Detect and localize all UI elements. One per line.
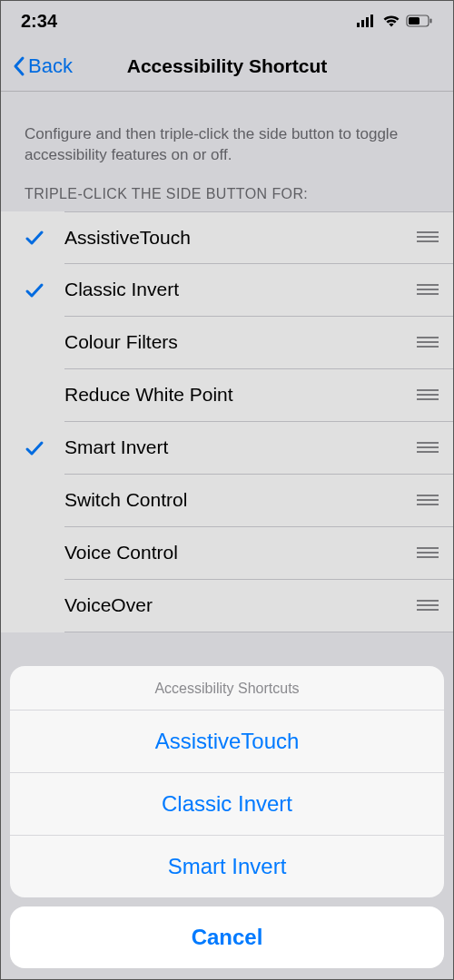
- feature-label: Colour Filters: [64, 331, 402, 353]
- feature-label: AssistiveTouch: [64, 227, 402, 249]
- svg-rect-1: [361, 20, 364, 27]
- content: Configure and then triple-click the side…: [1, 92, 453, 632]
- action-sheet-title: Accessibility Shortcuts: [10, 666, 444, 710]
- drag-handle-icon[interactable]: [402, 546, 453, 560]
- drag-handle-icon[interactable]: [402, 283, 453, 297]
- drag-handle-icon[interactable]: [402, 336, 453, 349]
- feature-row[interactable]: Smart Invert: [1, 422, 453, 475]
- back-button[interactable]: Back: [12, 54, 73, 78]
- wifi-icon: [382, 15, 400, 27]
- chevron-left-icon: [12, 55, 26, 77]
- feature-list: AssistiveTouchClassic InvertColour Filte…: [1, 211, 453, 632]
- feature-label: Classic Invert: [64, 279, 402, 300]
- sheet-item-2[interactable]: Smart Invert: [10, 836, 444, 897]
- feature-label: Smart Invert: [64, 436, 402, 458]
- drag-handle-icon[interactable]: [402, 388, 453, 402]
- feature-label: VoiceOver: [64, 594, 402, 616]
- feature-label: Switch Control: [64, 489, 402, 511]
- feature-row[interactable]: AssistiveTouch: [1, 211, 453, 264]
- status-bar: 2:34: [1, 1, 453, 41]
- svg-rect-6: [430, 19, 432, 24]
- feature-label: Voice Control: [64, 542, 402, 564]
- nav-bar: Back Accessibility Shortcut: [1, 41, 453, 92]
- page-title: Accessibility Shortcut: [127, 55, 328, 77]
- section-header: TRIPLE-CLICK THE SIDE BUTTON FOR:: [1, 186, 453, 211]
- status-time: 2:34: [21, 11, 57, 32]
- svg-rect-3: [370, 15, 373, 27]
- sheet-item-1[interactable]: Classic Invert: [10, 773, 444, 836]
- feature-row[interactable]: Reduce White Point: [1, 369, 453, 422]
- status-indicators: [357, 15, 433, 27]
- cancel-button[interactable]: Cancel: [10, 906, 444, 968]
- action-sheet-cancel-group: Cancel: [10, 906, 444, 968]
- feature-row[interactable]: Colour Filters: [1, 317, 453, 369]
- action-sheet: Accessibility Shortcuts AssistiveTouch C…: [10, 666, 444, 968]
- drag-handle-icon[interactable]: [402, 599, 453, 612]
- back-label: Back: [28, 54, 73, 78]
- feature-row[interactable]: VoiceOver: [1, 580, 453, 632]
- battery-icon: [406, 15, 433, 27]
- svg-rect-2: [366, 17, 369, 27]
- drag-handle-icon[interactable]: [402, 494, 453, 507]
- drag-handle-icon[interactable]: [402, 230, 453, 244]
- description-text: Configure and then triple-click the side…: [1, 92, 453, 186]
- action-sheet-group: Accessibility Shortcuts AssistiveTouch C…: [10, 666, 444, 897]
- feature-row[interactable]: Classic Invert: [1, 264, 453, 317]
- feature-row[interactable]: Voice Control: [1, 527, 453, 580]
- drag-handle-icon[interactable]: [402, 441, 453, 455]
- checkmark-icon: [25, 280, 64, 300]
- cellular-icon: [357, 15, 377, 27]
- checkmark-icon: [25, 228, 64, 248]
- svg-rect-5: [409, 17, 419, 24]
- svg-rect-0: [357, 23, 360, 27]
- feature-row[interactable]: Switch Control: [1, 475, 453, 527]
- sheet-item-0[interactable]: AssistiveTouch: [10, 710, 444, 773]
- checkmark-icon: [25, 438, 64, 458]
- feature-label: Reduce White Point: [64, 384, 402, 406]
